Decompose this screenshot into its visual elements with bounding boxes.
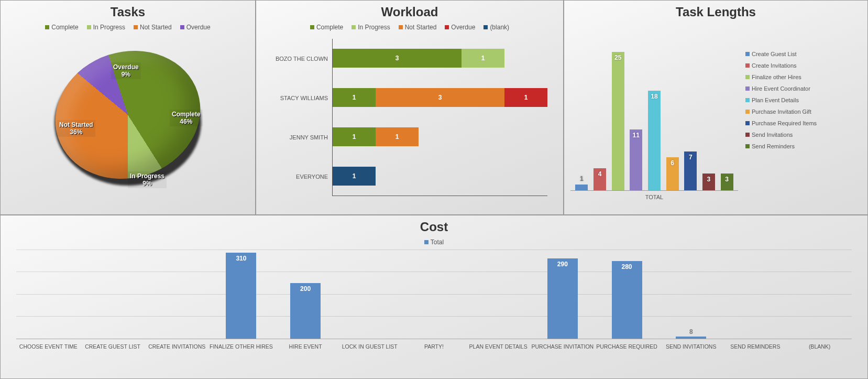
legend-item: Finalize other Hires <box>745 74 861 80</box>
legend-item: In Progress <box>87 24 125 31</box>
tasks-title: Tasks <box>1 5 255 19</box>
task-length-bar: 3 <box>702 174 715 190</box>
workload-segment: 1 <box>333 88 376 107</box>
workload-bar-row: 31 <box>333 39 547 78</box>
cost-column: 8 <box>659 250 723 339</box>
cost-column <box>145 250 209 339</box>
x-axis-label: PLAN EVENT DETAILS <box>466 343 531 350</box>
workload-segment: 3 <box>333 49 462 68</box>
workload-segment: 1 <box>376 127 419 146</box>
task-length-bar: 18 <box>648 91 661 190</box>
legend-item: Plan Event Details <box>745 97 861 103</box>
workload-legend: Complete In Progress Not Started Overdue… <box>256 24 563 31</box>
cost-bar: 280 <box>612 261 642 339</box>
workload-panel: Workload Complete In Progress Not Starte… <box>256 0 564 215</box>
workload-bar-row: 1 <box>333 156 547 196</box>
tasks-legend: Complete In Progress Not Started Overdue <box>1 24 255 31</box>
x-axis-label: SEND INVITATIONS <box>659 343 723 350</box>
legend-item: Create Invitations <box>745 62 861 69</box>
x-axis-label: CREATE INVITATIONS <box>145 343 209 350</box>
axis-label: BOZO THE CLOWN <box>256 39 332 78</box>
x-axis-label: SEND REMINDERS <box>723 343 788 350</box>
task-lengths-chart: 142511186733 TOTAL <box>570 35 738 200</box>
tasks-pie: Complete46% In Progress9% Not Started36%… <box>34 36 222 193</box>
axis-label: EVERYONE <box>256 157 332 196</box>
cost-column <box>81 250 145 339</box>
x-axis-label: PURCHASE REQUIRED <box>595 343 659 350</box>
legend-item: Not Started <box>399 24 437 31</box>
x-axis-label: PURCHASE INVITATION <box>531 343 595 350</box>
cost-legend: Total <box>1 239 867 246</box>
cost-panel: Cost Total 3102002902808 CHOOSE EVENT TI… <box>0 215 868 379</box>
cost-chart: 3102002902808 CHOOSE EVENT TIMECREATE GU… <box>16 250 852 350</box>
x-axis-label: CHOOSE EVENT TIME <box>16 343 81 350</box>
x-axis-label: (BLANK) <box>787 343 852 350</box>
cost-column: 200 <box>273 250 338 339</box>
workload-segment: 3 <box>376 88 504 107</box>
x-axis-label: HIRE EVENT <box>273 343 338 350</box>
cost-column <box>787 250 852 339</box>
x-axis-label: TOTAL <box>570 194 738 200</box>
legend-item: In Progress <box>351 24 390 31</box>
cost-column: 280 <box>595 250 659 339</box>
cost-column <box>402 250 466 339</box>
workload-segment: 1 <box>504 88 547 107</box>
task-length-bar: 4 <box>594 168 606 190</box>
legend-item: Complete <box>45 24 78 31</box>
task-length-bar: 11 <box>630 129 642 190</box>
task-length-bar: 7 <box>684 151 697 190</box>
task-length-bar: 6 <box>666 157 679 190</box>
legend-item: Purchase Required Items <box>745 120 861 126</box>
axis-label: STACY WILLIAMS <box>256 78 332 117</box>
cost-bar: 290 <box>547 258 578 339</box>
legend-item: Send Reminders <box>745 143 861 149</box>
cost-column: 290 <box>531 250 595 339</box>
workload-title: Workload <box>256 5 563 19</box>
legend-item: Purchase Invitation Gift <box>745 109 861 115</box>
workload-bar-row: 131 <box>333 78 547 117</box>
task-length-bar: 3 <box>721 174 733 190</box>
x-axis-label: CREATE GUEST LIST <box>81 343 145 350</box>
cost-column: 310 <box>209 250 273 339</box>
workload-segment: 1 <box>333 127 376 146</box>
legend-item: Send Invitations <box>745 132 861 138</box>
legend-item: Overdue <box>180 24 211 31</box>
tasks-panel: Tasks Complete In Progress Not Started O… <box>0 0 256 215</box>
pie-slice-label: Complete46% <box>170 110 203 126</box>
workload-bar-row: 11 <box>333 117 547 157</box>
cost-bar: 8 <box>676 337 706 339</box>
workload-segment: 1 <box>462 49 504 68</box>
cost-bar: 310 <box>226 253 256 339</box>
workload-chart: BOZO THE CLOWN STACY WILLIAMS JENNY SMIT… <box>256 39 547 196</box>
cost-bar: 200 <box>290 283 321 339</box>
cost-column <box>466 250 531 339</box>
task-lengths-title: Task Lengths <box>564 5 867 19</box>
pie-slice-label: Not Started36% <box>57 120 95 137</box>
legend-item: Overdue <box>445 24 475 31</box>
task-lengths-legend: Create Guest ListCreate InvitationsFinal… <box>738 35 865 200</box>
task-length-bar: 25 <box>612 52 624 190</box>
legend-item: Create Guest List <box>745 51 861 57</box>
cost-column <box>337 250 402 339</box>
legend-item: (blank) <box>484 24 509 31</box>
x-axis-label: LOCK IN GUEST LIST <box>337 343 402 350</box>
task-lengths-panel: Task Lengths 142511186733 TOTAL Create G… <box>564 0 868 215</box>
legend-item: Not Started <box>134 24 172 31</box>
cost-column <box>723 250 788 339</box>
workload-segment: 1 <box>333 167 376 186</box>
x-axis-label: FINALIZE OTHER HIRES <box>209 343 273 350</box>
cost-column <box>16 250 81 339</box>
legend-item: Complete <box>310 24 343 31</box>
legend-item: Hire Event Coordinator <box>745 85 861 92</box>
pie-slice-label: Overdue9% <box>111 62 141 79</box>
pie-slice-label: In Progress9% <box>128 171 167 188</box>
x-axis-label: PARTY! <box>402 343 466 350</box>
axis-label: JENNY SMITH <box>256 117 332 157</box>
cost-title: Cost <box>1 220 867 234</box>
legend-item: Total <box>424 239 444 246</box>
task-length-bar: 1 <box>575 185 588 190</box>
